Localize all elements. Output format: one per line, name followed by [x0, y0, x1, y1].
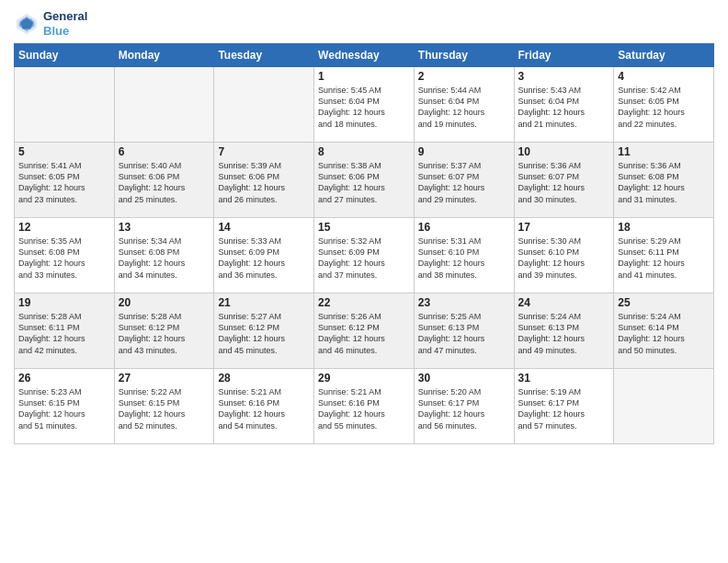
day-number: 5 — [18, 145, 110, 158]
weekday-header-row: SundayMondayTuesdayWednesdayThursdayFrid… — [15, 44, 714, 67]
weekday-header-sunday: Sunday — [15, 44, 115, 67]
day-number: 6 — [119, 145, 210, 158]
day-info: Sunrise: 5:28 AM Sunset: 6:11 PM Dayligh… — [18, 311, 110, 356]
calendar-day-5: 5Sunrise: 5:41 AM Sunset: 6:05 PM Daylig… — [15, 143, 115, 218]
day-number: 8 — [318, 145, 410, 158]
day-number: 9 — [418, 145, 510, 158]
calendar-day-26: 26Sunrise: 5:23 AM Sunset: 6:15 PM Dayli… — [15, 369, 115, 444]
logo-icon — [14, 11, 40, 37]
calendar-day-10: 10Sunrise: 5:36 AM Sunset: 6:07 PM Dayli… — [514, 143, 614, 218]
weekday-header-thursday: Thursday — [414, 44, 514, 67]
calendar-day-27: 27Sunrise: 5:22 AM Sunset: 6:15 PM Dayli… — [114, 369, 214, 444]
calendar-day-17: 17Sunrise: 5:30 AM Sunset: 6:10 PM Dayli… — [514, 218, 614, 293]
calendar-day-31: 31Sunrise: 5:19 AM Sunset: 6:17 PM Dayli… — [514, 369, 614, 444]
day-number: 21 — [218, 296, 310, 309]
calendar-day-6: 6Sunrise: 5:40 AM Sunset: 6:06 PM Daylig… — [114, 143, 214, 218]
day-info: Sunrise: 5:35 AM Sunset: 6:08 PM Dayligh… — [18, 236, 110, 281]
calendar-week-row: 5Sunrise: 5:41 AM Sunset: 6:05 PM Daylig… — [15, 143, 714, 218]
day-number: 22 — [318, 296, 410, 309]
day-info: Sunrise: 5:21 AM Sunset: 6:16 PM Dayligh… — [218, 386, 310, 431]
day-info: Sunrise: 5:41 AM Sunset: 6:05 PM Dayligh… — [18, 160, 110, 205]
calendar-day-13: 13Sunrise: 5:34 AM Sunset: 6:08 PM Dayli… — [114, 218, 214, 293]
day-number: 13 — [119, 221, 210, 234]
calendar-day-16: 16Sunrise: 5:31 AM Sunset: 6:10 PM Dayli… — [414, 218, 514, 293]
weekday-header-wednesday: Wednesday — [314, 44, 415, 67]
day-number: 29 — [318, 372, 410, 385]
day-info: Sunrise: 5:28 AM Sunset: 6:12 PM Dayligh… — [119, 311, 210, 356]
calendar-day-22: 22Sunrise: 5:26 AM Sunset: 6:12 PM Dayli… — [314, 293, 415, 369]
day-info: Sunrise: 5:45 AM Sunset: 6:04 PM Dayligh… — [318, 85, 410, 130]
day-number: 31 — [518, 372, 610, 385]
day-number: 7 — [218, 145, 310, 158]
calendar-day-23: 23Sunrise: 5:25 AM Sunset: 6:13 PM Dayli… — [414, 293, 514, 369]
day-info: Sunrise: 5:23 AM Sunset: 6:15 PM Dayligh… — [18, 386, 110, 431]
day-info: Sunrise: 5:19 AM Sunset: 6:17 PM Dayligh… — [518, 386, 610, 431]
calendar-day-25: 25Sunrise: 5:24 AM Sunset: 6:14 PM Dayli… — [614, 293, 714, 369]
day-info: Sunrise: 5:27 AM Sunset: 6:12 PM Dayligh… — [218, 311, 310, 356]
day-number: 17 — [518, 221, 610, 234]
calendar-week-row: 19Sunrise: 5:28 AM Sunset: 6:11 PM Dayli… — [15, 293, 714, 369]
day-info: Sunrise: 5:42 AM Sunset: 6:05 PM Dayligh… — [618, 85, 710, 130]
day-number: 3 — [518, 70, 610, 83]
calendar-day-14: 14Sunrise: 5:33 AM Sunset: 6:09 PM Dayli… — [214, 218, 314, 293]
day-info: Sunrise: 5:31 AM Sunset: 6:10 PM Dayligh… — [418, 236, 510, 281]
logo: General Blue — [14, 9, 87, 38]
calendar-week-row: 12Sunrise: 5:35 AM Sunset: 6:08 PM Dayli… — [15, 218, 714, 293]
calendar-day-21: 21Sunrise: 5:27 AM Sunset: 6:12 PM Dayli… — [214, 293, 314, 369]
day-number: 23 — [418, 296, 510, 309]
calendar-day-19: 19Sunrise: 5:28 AM Sunset: 6:11 PM Dayli… — [15, 293, 115, 369]
day-info: Sunrise: 5:24 AM Sunset: 6:13 PM Dayligh… — [518, 311, 610, 356]
day-info: Sunrise: 5:26 AM Sunset: 6:12 PM Dayligh… — [318, 311, 410, 356]
calendar-day-4: 4Sunrise: 5:42 AM Sunset: 6:05 PM Daylig… — [614, 67, 714, 143]
day-info: Sunrise: 5:34 AM Sunset: 6:08 PM Dayligh… — [119, 236, 210, 281]
weekday-header-friday: Friday — [514, 44, 614, 67]
page: General Blue SundayMondayTuesdayWednesda… — [0, 0, 728, 563]
day-number: 11 — [618, 145, 710, 158]
weekday-header-saturday: Saturday — [614, 44, 714, 67]
day-info: Sunrise: 5:21 AM Sunset: 6:16 PM Dayligh… — [318, 386, 410, 431]
day-info: Sunrise: 5:20 AM Sunset: 6:17 PM Dayligh… — [418, 386, 510, 431]
day-info: Sunrise: 5:37 AM Sunset: 6:07 PM Dayligh… — [418, 160, 510, 205]
day-number: 19 — [18, 296, 110, 309]
calendar-day-12: 12Sunrise: 5:35 AM Sunset: 6:08 PM Dayli… — [15, 218, 115, 293]
calendar-day-24: 24Sunrise: 5:24 AM Sunset: 6:13 PM Dayli… — [514, 293, 614, 369]
day-info: Sunrise: 5:38 AM Sunset: 6:06 PM Dayligh… — [318, 160, 410, 205]
calendar-day-18: 18Sunrise: 5:29 AM Sunset: 6:11 PM Dayli… — [614, 218, 714, 293]
day-info: Sunrise: 5:40 AM Sunset: 6:06 PM Dayligh… — [119, 160, 210, 205]
day-info: Sunrise: 5:36 AM Sunset: 6:07 PM Dayligh… — [518, 160, 610, 205]
day-info: Sunrise: 5:30 AM Sunset: 6:10 PM Dayligh… — [518, 236, 610, 281]
calendar-day-1: 1Sunrise: 5:45 AM Sunset: 6:04 PM Daylig… — [314, 67, 415, 143]
calendar-week-row: 26Sunrise: 5:23 AM Sunset: 6:15 PM Dayli… — [15, 369, 714, 444]
day-number: 2 — [418, 70, 510, 83]
day-number: 10 — [518, 145, 610, 158]
day-info: Sunrise: 5:36 AM Sunset: 6:08 PM Dayligh… — [618, 160, 710, 205]
day-info: Sunrise: 5:39 AM Sunset: 6:06 PM Dayligh… — [218, 160, 310, 205]
day-info: Sunrise: 5:44 AM Sunset: 6:04 PM Dayligh… — [418, 85, 510, 130]
weekday-header-tuesday: Tuesday — [214, 44, 314, 67]
calendar-day-11: 11Sunrise: 5:36 AM Sunset: 6:08 PM Dayli… — [614, 143, 714, 218]
logo-text: General Blue — [43, 9, 87, 38]
calendar-day-9: 9Sunrise: 5:37 AM Sunset: 6:07 PM Daylig… — [414, 143, 514, 218]
day-number: 18 — [618, 221, 710, 234]
calendar-week-row: 1Sunrise: 5:45 AM Sunset: 6:04 PM Daylig… — [15, 67, 714, 143]
day-number: 14 — [218, 221, 310, 234]
day-number: 20 — [119, 296, 210, 309]
day-info: Sunrise: 5:33 AM Sunset: 6:09 PM Dayligh… — [218, 236, 310, 281]
day-info: Sunrise: 5:43 AM Sunset: 6:04 PM Dayligh… — [518, 85, 610, 130]
calendar-day-15: 15Sunrise: 5:32 AM Sunset: 6:09 PM Dayli… — [314, 218, 415, 293]
day-info: Sunrise: 5:25 AM Sunset: 6:13 PM Dayligh… — [418, 311, 510, 356]
day-number: 1 — [318, 70, 410, 83]
calendar-day-28: 28Sunrise: 5:21 AM Sunset: 6:16 PM Dayli… — [214, 369, 314, 444]
day-number: 27 — [119, 372, 210, 385]
calendar-day-30: 30Sunrise: 5:20 AM Sunset: 6:17 PM Dayli… — [414, 369, 514, 444]
calendar-empty-cell — [214, 67, 314, 143]
day-info: Sunrise: 5:24 AM Sunset: 6:14 PM Dayligh… — [618, 311, 710, 356]
header: General Blue — [14, 9, 714, 38]
calendar-empty-cell — [614, 369, 714, 444]
calendar-table: SundayMondayTuesdayWednesdayThursdayFrid… — [14, 43, 714, 444]
day-number: 26 — [18, 372, 110, 385]
day-number: 28 — [218, 372, 310, 385]
calendar-day-20: 20Sunrise: 5:28 AM Sunset: 6:12 PM Dayli… — [114, 293, 214, 369]
day-number: 30 — [418, 372, 510, 385]
day-number: 4 — [618, 70, 710, 83]
